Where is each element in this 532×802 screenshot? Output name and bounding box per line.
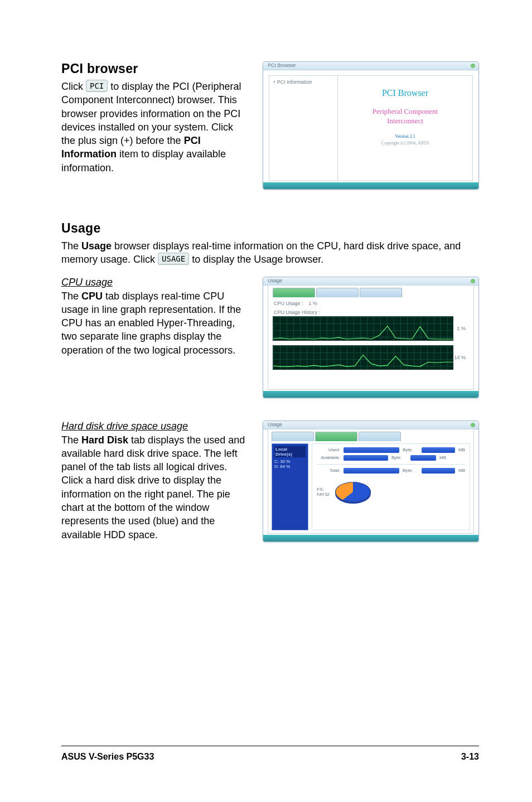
text: The xyxy=(61,434,81,446)
copyright-label: Copyright (c) 2004, ASUS xyxy=(381,141,429,146)
cpu-usage-value: 1 % xyxy=(309,301,318,306)
cpu1-line xyxy=(273,355,453,366)
window-footer xyxy=(263,535,478,542)
window-footer xyxy=(263,391,478,398)
tab-memory xyxy=(359,432,401,441)
pci-browser-heading: PCI browser xyxy=(61,61,246,76)
hard-disk-bold: Hard Disk xyxy=(81,434,128,446)
window-title: Usage xyxy=(268,278,282,283)
hdd-usage-screenshot: Usage Local Drive(s) C: 30 % D: 84 % xyxy=(263,421,479,542)
close-icon xyxy=(471,279,475,283)
used-value-bar xyxy=(422,447,455,453)
hdd-usage-body: The Hard Disk tab displays the used and … xyxy=(61,433,246,542)
window-title: Usage xyxy=(268,422,282,427)
drive-list-header: Local Drive(s) xyxy=(274,446,306,457)
cpu-graph-1: 14 % xyxy=(273,345,453,370)
text: tab displays the used and available hard… xyxy=(61,434,245,540)
page-footer: ASUS V-Series P5G33 3-13 xyxy=(61,746,479,762)
cpu0-readout: 1 % xyxy=(457,326,466,331)
cpu1-readout: 14 % xyxy=(454,355,466,360)
text: Click xyxy=(61,81,86,92)
drive-item: D: 84 % xyxy=(274,464,306,469)
total-label: Total: xyxy=(317,468,340,473)
footer-left: ASUS V-Series P5G33 xyxy=(61,752,154,762)
text: The xyxy=(61,240,81,252)
version-label: Version 2.1 xyxy=(395,134,415,139)
window-titlebar: PCI Browser xyxy=(263,62,478,70)
text: The xyxy=(61,291,81,302)
drive-item: C: 30 % xyxy=(274,459,306,464)
used-label: Used: xyxy=(317,447,340,452)
byte-label: Byte: xyxy=(403,468,418,473)
cpu-bold: CPU xyxy=(81,291,103,302)
drive-details: Used: Byte: MB Available: Byte: MB xyxy=(312,443,470,530)
window-titlebar: Usage xyxy=(263,421,478,429)
byte-label: Byte: xyxy=(391,455,407,460)
pci-browser-screenshot: PCI Browser + PCI Information PCI Browse… xyxy=(263,61,479,190)
tree-item: + PCI Information xyxy=(273,79,334,85)
fs-label: FS: xyxy=(317,487,330,492)
tab-row xyxy=(273,288,469,297)
available-bar xyxy=(344,455,388,461)
tab-hdd xyxy=(316,288,359,297)
total-bar xyxy=(344,468,399,474)
panel-title: PCI Browser xyxy=(382,88,428,98)
drive-list: Local Drive(s) C: 30 % D: 84 % xyxy=(272,443,308,530)
panel-subtitle: Peripheral Component Interconnect xyxy=(373,107,438,126)
mb-label: MB xyxy=(458,447,465,452)
mb-label: MB xyxy=(458,468,465,473)
total-value-bar xyxy=(422,468,455,474)
pci-button-icon: PCI xyxy=(86,80,108,92)
tab-row xyxy=(272,432,470,441)
tab-hdd xyxy=(315,432,357,441)
tab-cpu xyxy=(273,288,315,297)
pci-browser-body: Click PCI to display the PCI (Peripheral… xyxy=(61,80,246,175)
cpu-usage-body: The CPU tab displays real-time CPU usage… xyxy=(61,289,246,357)
available-value-bar xyxy=(410,455,436,461)
text: Peripheral Component xyxy=(373,107,438,115)
usage-heading: Usage xyxy=(61,221,479,236)
usage-bold: Usage xyxy=(81,240,112,252)
mb-label: MB xyxy=(439,455,446,460)
cpu-history-label: CPU Usage History : xyxy=(274,310,469,315)
pie-chart-icon xyxy=(335,482,371,502)
cpu-usage-subheading: CPU usage xyxy=(61,277,246,288)
tab-memory xyxy=(360,288,402,297)
hdd-usage-subheading: Hard disk drive space usage xyxy=(61,421,246,432)
usage-button-icon: USAGE xyxy=(158,253,189,265)
text: to display the Usage browser. xyxy=(192,254,323,265)
fs-value: FAT32 xyxy=(317,492,330,497)
close-icon xyxy=(471,423,475,427)
pci-tree-panel: + PCI Information xyxy=(269,76,338,181)
text: Interconnect xyxy=(387,117,423,125)
footer-right: 3-13 xyxy=(461,752,479,762)
cpu-graph-0: 1 % xyxy=(273,316,453,341)
close-icon xyxy=(471,64,475,68)
pci-info-panel: PCI Browser Peripheral Component Interco… xyxy=(338,76,472,181)
usage-intro: The Usage browser displays real-time inf… xyxy=(61,239,479,267)
window-titlebar: Usage xyxy=(263,277,478,286)
cpu-usage-label: CPU Usage : xyxy=(274,301,303,306)
cpu-usage-screenshot: Usage CPU Usage : 1 % CPU Usage History … xyxy=(263,277,479,398)
used-bar xyxy=(344,447,399,453)
window-footer xyxy=(263,182,478,189)
available-label: Available: xyxy=(317,455,340,460)
tab-cpu xyxy=(272,432,314,441)
cpu0-line xyxy=(273,326,453,339)
window-title: PCI Browser xyxy=(268,62,296,68)
byte-label: Byte: xyxy=(403,447,418,452)
